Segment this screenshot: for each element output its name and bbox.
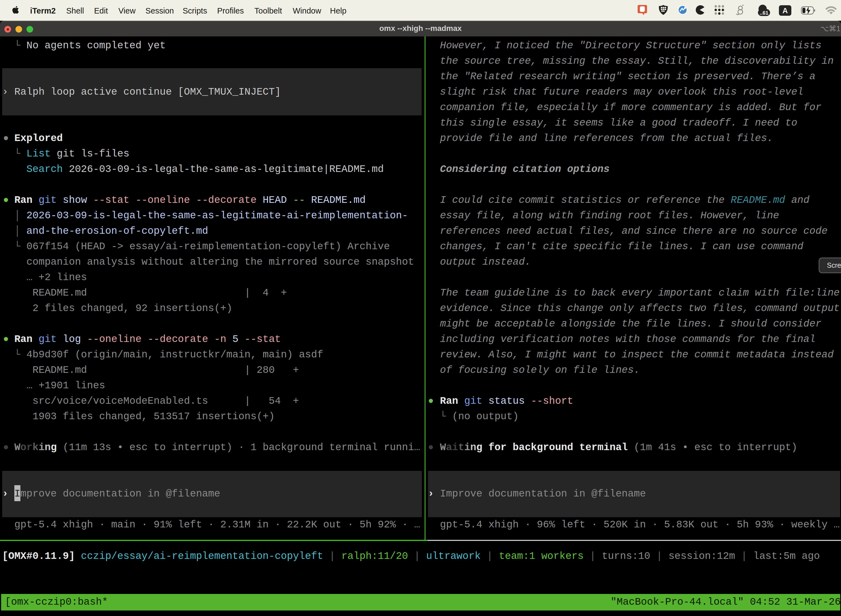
svg-text:A: A bbox=[782, 7, 788, 15]
svg-text:..61: ..61 bbox=[760, 10, 768, 16]
